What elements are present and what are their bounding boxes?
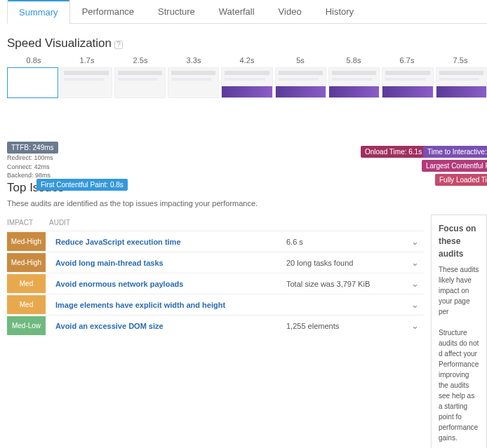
- chevron-down-icon[interactable]: ⌄: [406, 278, 424, 289]
- focus-box: Focus on these audits These audits likel…: [431, 215, 487, 448]
- ttfb-badge: TTFB: 249ms: [7, 142, 58, 154]
- chevron-down-icon[interactable]: ⌄: [406, 257, 424, 268]
- tabs: Summary Performance Structure Waterfall …: [7, 0, 487, 24]
- tti-badge: Time to Interactive: 7.0s: [423, 146, 487, 158]
- chevron-down-icon[interactable]: ⌄: [406, 236, 424, 247]
- frame[interactable]: [114, 67, 166, 98]
- impact-badge: Med-High: [7, 232, 46, 251]
- fcp-badge: First Contentful Paint: 0.8s: [36, 179, 128, 191]
- audit-metric: Total size was 3,797 KiB: [286, 280, 406, 288]
- th-impact: IMPACT: [7, 219, 49, 226]
- tab-structure[interactable]: Structure: [146, 0, 207, 23]
- flt-badge: Fully Loaded Time:: [435, 174, 487, 186]
- frame[interactable]: [7, 67, 58, 98]
- impact-badge: Med: [7, 295, 46, 314]
- issue-row[interactable]: Med Image elements have explicit width a…: [7, 294, 424, 315]
- chevron-down-icon[interactable]: ⌄: [406, 299, 424, 310]
- help-icon[interactable]: ?: [114, 41, 123, 49]
- audit-metric: 20 long tasks found: [286, 259, 406, 267]
- topissues-table: IMPACT AUDIT Med-High Reduce JavaScript …: [7, 215, 424, 448]
- tab-summary[interactable]: Summary: [7, 0, 70, 24]
- speedviz-title: Speed Visualization?: [7, 36, 487, 50]
- issue-row[interactable]: Med-High Avoid long main-thread tasks 20…: [7, 252, 424, 273]
- issue-row[interactable]: Med-High Reduce JavaScript execution tim…: [7, 231, 424, 252]
- topissues-desc: These audits are identified as the top i…: [7, 199, 487, 208]
- th-audit: AUDIT: [49, 219, 70, 226]
- tab-video[interactable]: Video: [267, 0, 314, 23]
- focus-p2: Structure audits do not d affect your Pe…: [439, 327, 479, 443]
- tab-history[interactable]: History: [314, 0, 366, 23]
- issue-row[interactable]: Med Avoid enormous network payloads Tota…: [7, 273, 424, 294]
- tab-performance[interactable]: Performance: [70, 0, 146, 23]
- frame[interactable]: [221, 67, 272, 98]
- impact-badge: Med-High: [7, 253, 46, 272]
- audit-metric: 6.6 s: [286, 238, 406, 246]
- timeline-markers: 0.8s 1.7s 2.5s 3.3s 4.2s 5s 5.8s 6.7s 7.…: [7, 56, 487, 65]
- audit-metric: 1,255 elements: [286, 322, 406, 330]
- ttfb-redirect: Redirect: 100ms: [7, 154, 58, 163]
- lcp-badge: Largest Contentful Paint:: [422, 160, 487, 172]
- audit-link[interactable]: Avoid an excessive DOM size: [55, 322, 286, 330]
- audit-link[interactable]: Avoid long main-thread tasks: [55, 259, 286, 267]
- focus-p1: These audits likely have impact on your …: [439, 264, 479, 317]
- speed-visualization: 0.8s 1.7s 2.5s 3.3s 4.2s 5s 5.8s 6.7s 7.…: [7, 56, 487, 168]
- issue-row[interactable]: Med-Low Avoid an excessive DOM size 1,25…: [7, 315, 424, 336]
- impact-badge: Med-Low: [7, 316, 46, 335]
- frame[interactable]: [168, 67, 219, 98]
- filmstrip: [7, 67, 487, 98]
- impact-badge: Med: [7, 274, 46, 293]
- frame[interactable]: [382, 67, 433, 98]
- chevron-down-icon[interactable]: ⌄: [406, 320, 424, 331]
- ttfb-connect: Connect: 42ms: [7, 163, 58, 172]
- audit-link[interactable]: Avoid enormous network payloads: [55, 280, 286, 288]
- onload-badge: Onload Time: 6.1s: [361, 146, 426, 158]
- audit-link[interactable]: Reduce JavaScript execution time: [55, 238, 286, 246]
- focus-title: Focus on these audits: [439, 222, 479, 260]
- audit-link[interactable]: Image elements have explicit width and h…: [55, 301, 286, 309]
- frame[interactable]: [275, 67, 326, 98]
- frame[interactable]: [328, 67, 380, 98]
- tab-waterfall[interactable]: Waterfall: [207, 0, 267, 23]
- frame[interactable]: [60, 67, 112, 98]
- frame[interactable]: [436, 67, 487, 98]
